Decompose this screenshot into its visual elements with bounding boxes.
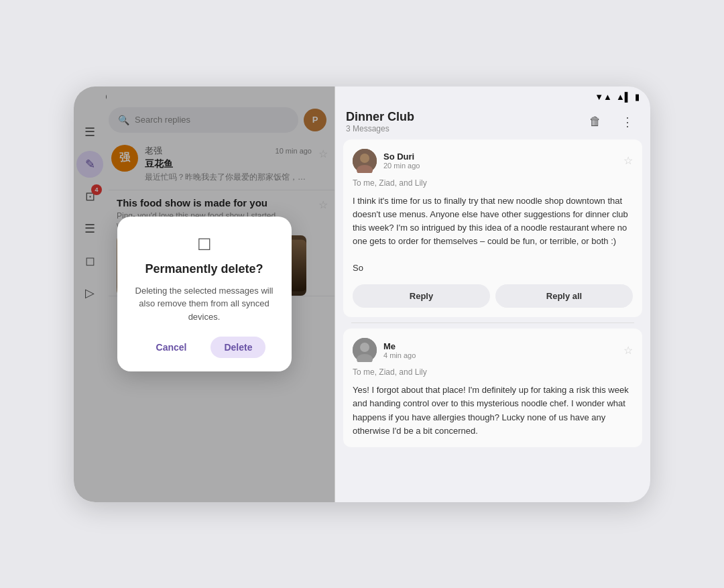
msg-sender-name-1: So Duri (383, 152, 617, 162)
battery-icon: ▮ (635, 92, 640, 102)
more-options-button[interactable]: ⋮ (615, 110, 640, 134)
cancel-button[interactable]: Cancel (143, 337, 200, 358)
thread-count: 3 Messages (346, 124, 583, 133)
msg-header-1: So Duri 20 min ago ☆ (353, 149, 633, 173)
msg-body-1: I think it's time for us to finally try … (353, 194, 633, 276)
message-card-1: So Duri 20 min ago ☆ To me, Ziad, and Li… (343, 139, 642, 318)
signal-bars-icon: ▲▌ (616, 92, 631, 102)
wifi-icon: ▼▲ (595, 92, 612, 102)
msg-to-2: To me, Ziad, and Lily (353, 367, 633, 377)
msg-sender-name-2: Me (383, 341, 617, 351)
left-panel: ☰ ✎ ⊡ 4 ☰ ◻ ▷ 12:00 🔍 (74, 86, 335, 502)
modal-actions: Cancel Delete (143, 337, 266, 358)
msg-time-1: 20 min ago (383, 162, 617, 170)
message-divider (351, 322, 634, 323)
msg-to-1: To me, Ziad, and Lily (353, 178, 633, 188)
svg-point-6 (360, 154, 369, 163)
msg-avatar-2 (353, 338, 377, 362)
thread-actions: 🗑 ⋮ (583, 110, 640, 134)
msg-sender-info-2: Me 4 min ago (383, 341, 617, 359)
msg-star-1[interactable]: ☆ (623, 154, 633, 167)
msg-time-2: 4 min ago (383, 351, 617, 359)
reply-all-button[interactable]: Reply all (495, 284, 633, 308)
msg-body-2: Yes! I forgot about that place! I'm defi… (353, 384, 633, 438)
thread-header: Dinner Club 3 Messages 🗑 ⋮ (335, 105, 650, 139)
thread-title: Dinner Club (346, 110, 583, 124)
reply-button[interactable]: Reply (353, 284, 490, 308)
delete-button[interactable]: Delete (210, 337, 265, 358)
messages-area: So Duri 20 min ago ☆ To me, Ziad, and Li… (335, 139, 650, 502)
thread-title-group: Dinner Club 3 Messages (346, 110, 583, 133)
msg-reply-actions-1: Reply Reply all (353, 284, 633, 308)
status-bar-right: ▼▲ ▲▌ ▮ (335, 86, 650, 105)
modal-overlay: ☐ Permanently delete? Deleting the selec… (74, 86, 335, 502)
trash-icon: 🗑 (589, 115, 601, 129)
delete-dialog-icon: ☐ (197, 235, 212, 254)
msg-avatar-1 (353, 149, 377, 173)
msg-header-2: Me 4 min ago ☆ (353, 338, 633, 362)
msg-star-2[interactable]: ☆ (623, 344, 633, 357)
more-icon: ⋮ (621, 115, 634, 129)
delete-thread-button[interactable]: 🗑 (583, 110, 607, 134)
delete-dialog: ☐ Permanently delete? Deleting the selec… (117, 217, 292, 372)
device-frame: ☰ ✎ ⊡ 4 ☰ ◻ ▷ 12:00 🔍 (74, 86, 650, 502)
msg-sender-info-1: So Duri 20 min ago (383, 152, 617, 170)
delete-dialog-title: Permanently delete? (145, 262, 263, 276)
right-panel: ▼▲ ▲▌ ▮ Dinner Club 3 Messages 🗑 ⋮ (335, 86, 650, 502)
message-card-2: Me 4 min ago ☆ To me, Ziad, and Lily Yes… (343, 329, 642, 447)
svg-point-9 (360, 343, 369, 352)
delete-dialog-message: Deleting the selected messages will also… (133, 284, 276, 324)
